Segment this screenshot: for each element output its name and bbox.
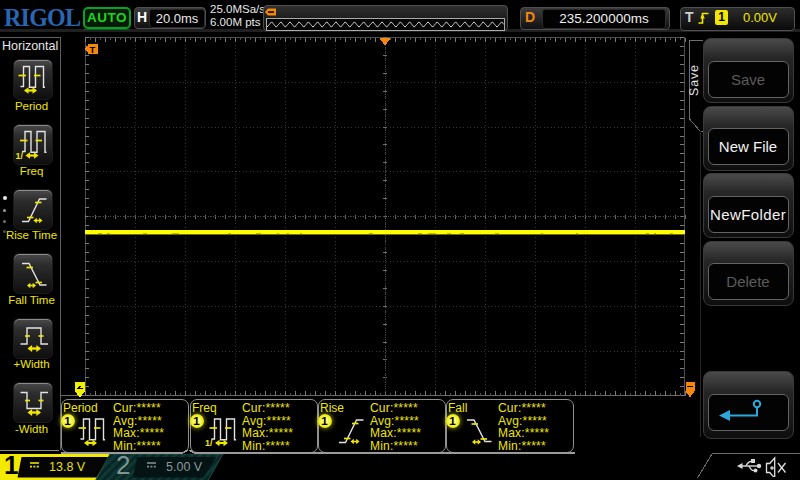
- svg-text:Save: Save: [687, 64, 701, 96]
- svg-text:T: T: [90, 44, 96, 55]
- svg-text:1/: 1/: [16, 151, 24, 161]
- svg-text:1/: 1/: [205, 438, 213, 448]
